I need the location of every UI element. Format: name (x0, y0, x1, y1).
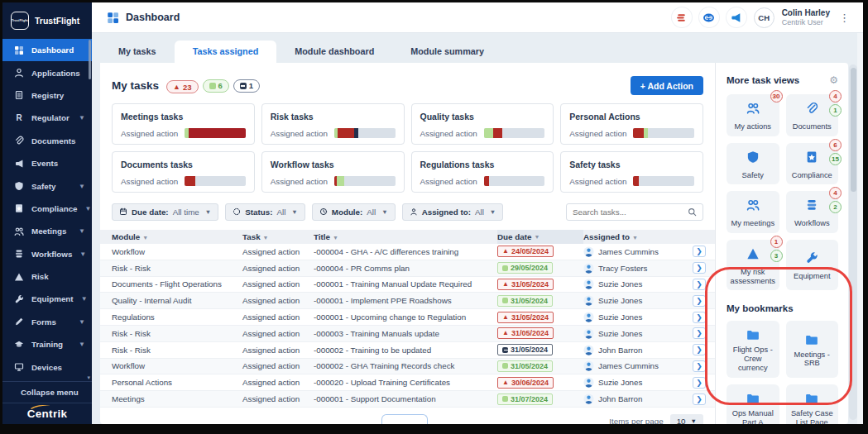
sidebar-item-compliance[interactable]: Compliance▼ (2, 198, 92, 220)
table-row[interactable]: Risk - RiskAssigned action-000002 - Trai… (100, 342, 715, 359)
sidebar-scroll-down-icon[interactable]: ▾ (87, 374, 90, 381)
table-row[interactable]: WorkflowAssigned action-000002 - GHA Tra… (100, 359, 715, 375)
bookmark-tile-ops-manual-part-a[interactable]: Ops Manual Part A (727, 384, 779, 425)
user-block[interactable]: Colin Harley Centrik User (782, 8, 830, 26)
table-row[interactable]: Personal ActionsAssigned action-000020 -… (100, 374, 715, 391)
table-row[interactable]: Risk - RiskAssigned action-000004 - PR C… (100, 260, 715, 277)
table-row[interactable]: Documents - Flight OperationsAssigned ac… (100, 277, 715, 293)
overflow-menu-icon[interactable]: ⋮ (837, 12, 851, 24)
sidebar-item-safety[interactable]: Safety▼ (2, 174, 92, 197)
table-row[interactable]: MeetingsAssigned action-000001 - Support… (100, 391, 715, 408)
dashboard-icon (107, 12, 119, 24)
user-avatar[interactable]: CH (754, 7, 774, 28)
column-header-due-date[interactable]: Due date▼ (497, 230, 583, 244)
summary-badge-ontrack[interactable]: 6 (203, 79, 229, 93)
bookmark-tile-flight-ops---crew-currency[interactable]: Flight Ops - Crew currency (727, 321, 779, 377)
filter-assigned-to[interactable]: Assigned to:All▼ (402, 203, 504, 221)
table-row[interactable]: Risk - RiskAssigned action-000003 - Trai… (100, 326, 715, 342)
sidebar-item-risk[interactable]: Risk (2, 265, 92, 288)
tasks-stack-icon[interactable] (672, 7, 692, 27)
row-open-button[interactable]: ❯ (693, 262, 706, 274)
collapse-menu-button[interactable]: Collapse menu (2, 381, 92, 403)
row-open-button[interactable]: ❯ (693, 327, 706, 339)
gear-icon[interactable]: ⚙ (829, 74, 838, 86)
task-card-personal-actions[interactable]: Personal ActionsAssigned action (560, 103, 703, 145)
items-per-page-select[interactable]: 10 ▼ (670, 414, 703, 424)
sidebar-item-regulator[interactable]: RRegulator▼ (2, 107, 92, 129)
bookmark-tile-meetings---srb[interactable]: Meetings - SRB (786, 321, 839, 377)
vertical-scrollbar[interactable] (849, 64, 857, 420)
task-view-tile-my-risk-assessments[interactable]: My risk assessments13 (727, 240, 779, 290)
summary-badge-neutral[interactable]: 1 (233, 79, 260, 93)
summary-badge-overdue[interactable]: ▲23 (166, 80, 199, 93)
row-open-button[interactable]: ❯ (693, 312, 706, 323)
task-card-meetings-tasks[interactable]: Meetings tasksAssigned action (112, 103, 255, 145)
row-open-button[interactable]: ❯ (693, 295, 706, 307)
announcements-icon[interactable] (727, 7, 746, 27)
task-card-workflow-tasks[interactable]: Workflow tasksAssigned action (261, 151, 405, 193)
cell-module: Quality - Internal Audit (112, 296, 242, 305)
row-open-button[interactable]: ❯ (693, 377, 706, 389)
sidebar-item-label: Devices (31, 363, 62, 372)
sidebar-item-training[interactable]: Training▼ (2, 333, 92, 355)
row-open-button[interactable]: ❯ (693, 279, 706, 290)
bookmark-label: Ops Manual Part A (730, 409, 776, 424)
filter-module[interactable]: Module:All▼ (312, 203, 396, 221)
cut-off-button[interactable] (381, 414, 428, 424)
task-view-tile-compliance[interactable]: Compliance615 (786, 143, 839, 185)
task-card-regulations-tasks[interactable]: Regulations tasksAssigned action (411, 151, 554, 193)
tab-tasks-assigned[interactable]: Tasks assigned (175, 41, 277, 63)
task-view-tile-workflows[interactable]: Workflows42 (786, 191, 839, 233)
column-header-task[interactable]: Task▼ (242, 232, 314, 241)
scrollbar-thumb[interactable] (851, 68, 856, 192)
sidebar-item-workflows[interactable]: Workflows▼ (2, 243, 92, 265)
tab-my-tasks[interactable]: My tasks (100, 41, 175, 63)
row-open-button[interactable]: ❯ (693, 344, 706, 355)
sidebar-item-equipment[interactable]: Equipment▼ (2, 288, 92, 310)
row-open-button[interactable]: ❯ (693, 360, 706, 372)
tab-module-dashboard[interactable]: Module dashboard (276, 41, 392, 63)
task-view-tile-equipment[interactable]: Equipment (786, 240, 839, 290)
task-card-quality-tasks[interactable]: Quality tasksAssigned action (411, 103, 554, 145)
task-view-tile-my-meetings[interactable]: My meetings (727, 191, 779, 233)
task-card-documents-tasks[interactable]: Documents tasksAssigned action (112, 151, 255, 193)
cell-title: -000004 - GHA - A/C differences training (314, 247, 497, 256)
sidebar-item-registry[interactable]: Registry (2, 84, 92, 107)
progress-bar (484, 128, 545, 138)
column-header-title[interactable]: Title▼ (314, 232, 497, 241)
task-view-tile-my-actions[interactable]: My actions30 (727, 94, 779, 136)
task-card-risk-tasks[interactable]: Risk tasksAssigned action (261, 103, 405, 145)
sidebar-item-documents[interactable]: Documents (2, 130, 92, 152)
sidebar-item-meetings[interactable]: Meetings▼ (2, 220, 92, 242)
sidebar-item-dashboard[interactable]: Dashboard (2, 39, 92, 61)
table-row[interactable]: RegulationsAssigned action-000001 - Upco… (100, 309, 715, 326)
folder-icon (805, 333, 818, 346)
progress-bar (334, 176, 396, 186)
cell-task: Assigned action (242, 394, 314, 403)
bar-segment-green (644, 128, 648, 138)
filter-due-date[interactable]: Due date:All time▼ (112, 203, 218, 221)
sidebar-item-forms[interactable]: Forms▼ (2, 311, 92, 333)
link-icon[interactable] (699, 7, 719, 27)
sidebar-scrollbar[interactable] (89, 40, 91, 79)
filter-status[interactable]: Status:All▼ (225, 203, 305, 221)
monitor-icon (13, 362, 24, 373)
sidebar-item-applications[interactable]: Applications (2, 61, 92, 83)
table-row[interactable]: WorkflowAssigned action-000004 - GHA - A… (100, 244, 715, 260)
task-view-tile-documents[interactable]: Documents41 (786, 94, 839, 136)
bookmark-tile-safety-case-list-page[interactable]: Safety Case List Page (786, 384, 839, 425)
tile-label: Documents (793, 122, 832, 131)
sidebar-item-events[interactable]: Events (2, 152, 92, 174)
row-open-button[interactable]: ❯ (693, 246, 706, 257)
tab-module-summary[interactable]: Module summary (392, 41, 502, 63)
column-header-assigned-to[interactable]: Assigned to▼ (583, 232, 693, 241)
search-input[interactable] (573, 207, 688, 217)
task-view-tile-safety[interactable]: Safety (727, 143, 779, 185)
row-open-button[interactable]: ❯ (693, 393, 706, 405)
card-subtitle: Assigned action (569, 129, 626, 138)
table-row[interactable]: Quality - Internal AuditAssigned action-… (100, 293, 715, 309)
task-card-safety-tasks[interactable]: Safety tasksAssigned action (560, 151, 703, 193)
column-header-module[interactable]: Module▼ (112, 232, 242, 241)
add-action-button[interactable]: + Add Action (631, 76, 703, 95)
sidebar-item-devices[interactable]: Devices (2, 355, 92, 378)
